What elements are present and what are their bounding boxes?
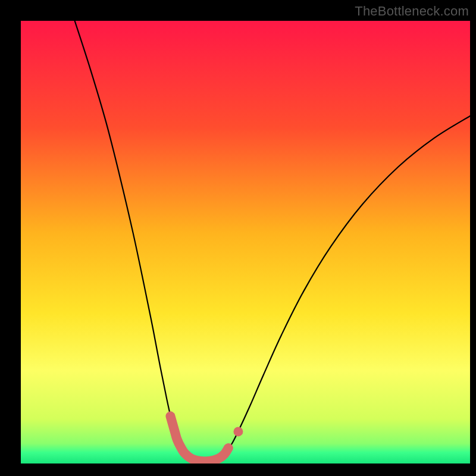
bottleneck-chart <box>21 21 470 464</box>
watermark-text: TheBottleneck.com <box>355 4 469 19</box>
chart-frame: TheBottleneck.com <box>0 0 476 476</box>
plot-area <box>21 21 470 464</box>
gradient-background <box>21 21 470 464</box>
highlight-dot <box>233 427 243 436</box>
